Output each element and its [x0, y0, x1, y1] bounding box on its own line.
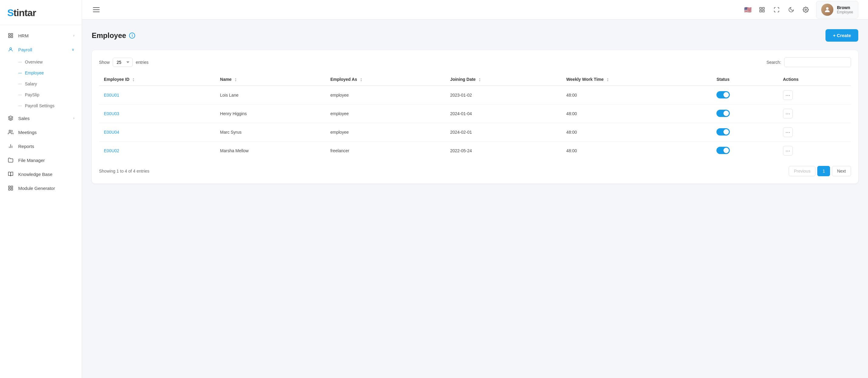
cell-status-2	[712, 123, 778, 142]
payroll-settings-label: Payroll Settings	[25, 103, 54, 108]
search-input[interactable]	[784, 57, 851, 67]
sidebar-item-hrm-label: HRM	[18, 33, 29, 38]
theme-toggle-icon[interactable]	[787, 5, 796, 14]
svg-rect-12	[11, 189, 13, 190]
sidebar-item-meetings[interactable]: Meetings	[0, 125, 82, 139]
sidebar-item-reports[interactable]: Reports	[0, 139, 82, 153]
col-header-status: Status	[712, 73, 778, 86]
svg-rect-2	[8, 36, 10, 38]
col-header-emp-id[interactable]: Employee ID	[99, 73, 215, 86]
sidebar-item-file-manager[interactable]: File Manager	[0, 153, 82, 167]
table-row: E00U03 Henry Higgins employee 2024-01-04…	[99, 105, 851, 123]
actions-button-2[interactable]: ⋯	[783, 127, 793, 137]
svg-point-18	[826, 7, 829, 10]
cell-joining-date-2: 2024-02-01	[445, 123, 561, 142]
col-header-weekly-work-time[interactable]: Weekly Work Time	[562, 73, 712, 86]
cell-actions-0: ⋯	[778, 86, 851, 105]
cell-employed-as-1: employee	[326, 105, 445, 123]
page-1-button[interactable]: 1	[817, 166, 830, 176]
table-row: E00U04 Marc Syrus employee 2024-02-01 48…	[99, 123, 851, 142]
emp-id-link-2[interactable]: E00U04	[104, 130, 119, 135]
hrm-icon	[7, 32, 14, 39]
cell-emp-id-1: E00U03	[99, 105, 215, 123]
status-toggle-0[interactable]	[716, 91, 730, 98]
emp-id-link-1[interactable]: E00U03	[104, 111, 119, 116]
showing-text: Showing 1 to 4 of 4 entries	[99, 169, 149, 174]
status-toggle-1[interactable]	[716, 110, 730, 117]
actions-button-1[interactable]: ⋯	[783, 109, 793, 118]
sidebar-item-payroll-label: Payroll	[18, 47, 32, 52]
salary-label: Salary	[25, 82, 37, 86]
payroll-chevron: ∨	[72, 48, 74, 52]
col-status-label: Status	[716, 77, 730, 82]
user-profile[interactable]: Brown Employee	[816, 1, 858, 19]
col-header-actions: Actions	[778, 73, 851, 86]
status-toggle-2[interactable]	[716, 128, 730, 136]
emp-id-link-3[interactable]: E00U02	[104, 148, 119, 153]
entries-select[interactable]: 10 25 50 100	[113, 58, 133, 67]
sidebar-item-sales[interactable]: Sales ›	[0, 111, 82, 125]
cell-actions-1: ⋯	[778, 105, 851, 123]
language-flag[interactable]: 🇺🇸	[744, 6, 752, 13]
sidebar-item-knowledge-base-label: Knowledge Base	[18, 172, 53, 177]
sidebar-sub-payroll-settings[interactable]: Payroll Settings	[0, 100, 82, 111]
table-controls: Show 10 25 50 100 entries Search:	[99, 57, 851, 67]
col-header-employed-as[interactable]: Employed As	[326, 73, 445, 86]
hamburger-button[interactable]	[92, 6, 101, 13]
actions-button-3[interactable]: ⋯	[783, 146, 793, 155]
svg-point-4	[10, 48, 11, 50]
show-label: Show	[99, 60, 110, 65]
settings-icon[interactable]	[802, 5, 810, 14]
user-role: Employee	[837, 10, 853, 14]
page-title: Employee	[92, 31, 126, 40]
sidebar-item-module-generator[interactable]: Module Generator	[0, 181, 82, 195]
cell-employed-as-3: freelancer	[326, 142, 445, 160]
cell-joining-date-3: 2022-05-24	[445, 142, 561, 160]
fullscreen-icon[interactable]	[772, 5, 781, 14]
status-toggle-3[interactable]	[716, 147, 730, 154]
svg-point-5	[9, 130, 11, 132]
entries-label: entries	[136, 60, 149, 65]
employee-label: Employee	[25, 70, 44, 75]
sidebar-item-knowledge-base[interactable]: Knowledge Base	[0, 167, 82, 181]
col-employed-as-label: Employed As	[331, 77, 357, 82]
col-header-name[interactable]: Name	[215, 73, 326, 86]
cell-actions-3: ⋯	[778, 142, 851, 160]
svg-rect-3	[11, 36, 13, 38]
cell-weekly-work-time-2: 48:00	[562, 123, 712, 142]
cell-joining-date-1: 2024-01-04	[445, 105, 561, 123]
sidebar-item-hrm[interactable]: HRM ›	[0, 29, 82, 42]
svg-rect-14	[762, 7, 764, 9]
main-area: 🇺🇸 Brown Employee	[82, 0, 868, 378]
page-title-wrap: Employee i	[92, 31, 135, 40]
topbar-left	[92, 6, 101, 13]
previous-button[interactable]: Previous	[789, 166, 815, 176]
sort-emp-id-icon	[132, 78, 134, 82]
employee-table-card: Show 10 25 50 100 entries Search:	[92, 50, 858, 183]
actions-button-0[interactable]: ⋯	[783, 90, 793, 100]
apps-icon[interactable]	[758, 5, 766, 14]
cell-weekly-work-time-1: 48:00	[562, 105, 712, 123]
knowledge-base-icon	[7, 171, 14, 177]
col-header-joining-date[interactable]: Joining Date	[445, 73, 561, 86]
svg-rect-9	[8, 186, 10, 187]
info-icon[interactable]: i	[129, 32, 135, 38]
sidebar-sub-overview[interactable]: Overview	[0, 57, 82, 67]
sidebar-item-payroll[interactable]: Payroll ∨	[0, 42, 82, 57]
module-generator-icon	[7, 185, 14, 192]
sidebar-item-file-manager-label: File Manager	[18, 158, 45, 163]
cell-employed-as-2: employee	[326, 123, 445, 142]
payslip-label: PaySlip	[25, 92, 39, 97]
search-label: Search:	[767, 60, 781, 65]
sidebar-sub-payslip[interactable]: PaySlip	[0, 89, 82, 100]
create-button[interactable]: + Create	[826, 29, 858, 41]
cell-weekly-work-time-0: 48:00	[562, 86, 712, 105]
sidebar-sub-employee[interactable]: Employee	[0, 67, 82, 78]
cell-emp-id-0: E00U01	[99, 86, 215, 105]
cell-name-1: Henry Higgins	[215, 105, 326, 123]
next-button[interactable]: Next	[832, 166, 851, 176]
cell-name-0: Lois Lane	[215, 86, 326, 105]
emp-id-link-0[interactable]: E00U01	[104, 93, 119, 97]
cell-status-1	[712, 105, 778, 123]
sidebar-sub-salary[interactable]: Salary	[0, 78, 82, 89]
